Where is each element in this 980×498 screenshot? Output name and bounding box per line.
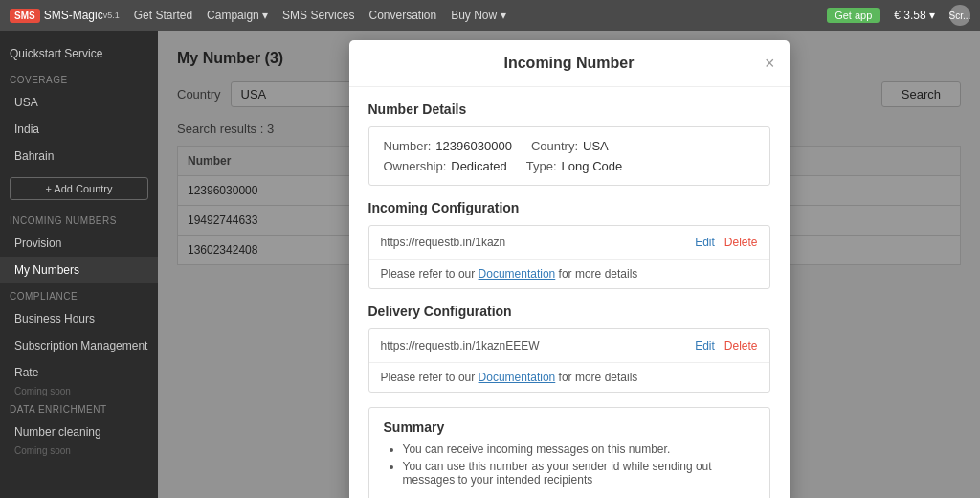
sidebar-item-provision[interactable]: Provision — [0, 230, 158, 257]
sidebar-section-data-enrichment: DATA ENRICHMENT — [0, 396, 158, 419]
nav-items: Get Started Campaign ▾ SMS Services Conv… — [134, 9, 506, 22]
number-details-title: Number Details — [368, 102, 770, 117]
sidebar-item-quickstart[interactable]: Quickstart Service — [0, 40, 158, 67]
nav-conversation[interactable]: Conversation — [368, 9, 436, 22]
incoming-edit-button[interactable]: Edit — [695, 236, 715, 249]
summary-item-0: You can receive incoming messages on thi… — [403, 442, 755, 456]
sidebar-section-incoming: INCOMING NUMBERS — [0, 208, 158, 230]
incoming-url-text: https://requestb.in/1kazn — [381, 236, 696, 249]
delivery-url-row: https://requestb.in/1kaznEEEW Edit Delet… — [369, 329, 769, 363]
sidebar-item-business-hours[interactable]: Business Hours — [0, 306, 158, 332]
modal-title: Incoming Number — [503, 55, 634, 72]
price-display[interactable]: € 3.58 ▾ — [894, 9, 935, 22]
detail-item-number: Number: 12396030000 — [384, 139, 512, 153]
summary-title: Summary — [384, 419, 755, 435]
incoming-number-modal: Incoming Number × Number Details Number:… — [349, 40, 790, 498]
sidebar-item-subscription-management[interactable]: Subscription Management — [0, 332, 158, 359]
sms-magic-icon: SMS — [10, 9, 40, 23]
sidebar-item-rate[interactable]: Rate — [0, 359, 158, 386]
sidebar-section-coverage: COVERAGE — [0, 67, 158, 89]
detail-row-number-country: Number: 12396030000 Country: USA — [384, 139, 755, 153]
incoming-config-actions: Edit Delete — [695, 236, 757, 249]
number-label: Number: — [384, 139, 432, 153]
country-value: USA — [583, 139, 609, 153]
get-app-button[interactable]: Get app — [827, 8, 880, 23]
delivery-delete-button[interactable]: Delete — [724, 339, 758, 352]
detail-item-type: Type: Long Code — [526, 159, 622, 173]
sidebar-section-compliance: COMPLIANCE — [0, 283, 158, 306]
nav-campaign[interactable]: Campaign ▾ — [207, 9, 268, 22]
sidebar-item-usa[interactable]: USA — [0, 89, 158, 116]
number-value: 12396030000 — [435, 139, 512, 153]
nav-sms-services[interactable]: SMS Services — [282, 9, 354, 22]
incoming-delete-button[interactable]: Delete — [724, 236, 758, 249]
incoming-url-row: https://requestb.in/1kazn Edit Delete — [369, 226, 769, 260]
version-text: v5.1 — [103, 11, 120, 20]
rate-coming-soon: Coming soon — [0, 386, 158, 396]
detail-row-ownership-type: Ownership: Dedicated Type: Long Code — [384, 159, 755, 173]
delivery-doc-text: Please refer to our — [381, 371, 479, 384]
detail-item-ownership: Ownership: Dedicated — [384, 159, 507, 173]
incoming-config-title: Incoming Configuration — [368, 200, 770, 215]
sidebar-item-india[interactable]: India — [0, 116, 158, 143]
delivery-config-actions: Edit Delete — [695, 339, 757, 352]
delivery-doc-link[interactable]: Documentation — [479, 371, 556, 384]
modal-header: Incoming Number × — [349, 40, 790, 87]
sidebar-item-my-numbers[interactable]: My Numbers — [0, 257, 158, 283]
user-avatar[interactable]: Scr... — [949, 5, 970, 26]
nav-right: Get app € 3.58 ▾ Scr... — [827, 5, 970, 26]
modal-body: Number Details Number: 12396030000 Count… — [349, 87, 790, 498]
detail-item-country: Country: USA — [531, 139, 609, 153]
sidebar-item-bahrain[interactable]: Bahrain — [0, 143, 158, 170]
logo: SMS SMS-Magic v5.1 — [10, 9, 120, 23]
logo-text: SMS-Magic — [44, 9, 103, 22]
incoming-doc-suffix: for more details — [555, 267, 637, 281]
sidebar-item-number-cleaning[interactable]: Number cleaning — [0, 419, 158, 445]
incoming-config-box: https://requestb.in/1kazn Edit Delete Pl… — [368, 225, 770, 289]
number-details-box: Number: 12396030000 Country: USA Ownersh… — [368, 126, 770, 186]
add-country-button[interactable]: + Add Country — [10, 177, 148, 200]
type-value: Long Code — [562, 159, 623, 173]
sidebar: Quickstart Service COVERAGE USA India Ba… — [0, 31, 158, 498]
top-navigation: SMS SMS-Magic v5.1 Get Started Campaign … — [0, 0, 980, 31]
main-layout: Quickstart Service COVERAGE USA India Ba… — [0, 31, 980, 498]
ownership-value: Dedicated — [451, 159, 507, 173]
delivery-doc-suffix: for more details — [555, 371, 637, 384]
modal-overlay: Incoming Number × Number Details Number:… — [158, 31, 980, 498]
nav-get-started[interactable]: Get Started — [134, 9, 192, 22]
content-area: My Number (3) Country USA Search Search … — [158, 31, 980, 498]
ownership-label: Ownership: — [384, 159, 447, 173]
incoming-doc-link[interactable]: Documentation — [479, 267, 556, 281]
number-cleaning-coming-soon: Coming soon — [0, 445, 158, 456]
summary-box: Summary You can receive incoming message… — [368, 407, 770, 498]
modal-close-button[interactable]: × — [765, 55, 775, 72]
summary-list: You can receive incoming messages on thi… — [384, 442, 755, 487]
nav-buy-now[interactable]: Buy Now ▾ — [451, 9, 505, 22]
delivery-config-title: Delivery Configuration — [368, 304, 770, 319]
type-label: Type: — [526, 159, 557, 173]
delivery-doc-row: Please refer to our Documentation for mo… — [369, 363, 769, 392]
incoming-doc-text: Please refer to our — [381, 267, 479, 281]
delivery-config-box: https://requestb.in/1kaznEEEW Edit Delet… — [368, 328, 770, 393]
delivery-edit-button[interactable]: Edit — [695, 339, 715, 352]
country-label: Country: — [531, 139, 578, 153]
delivery-url-text: https://requestb.in/1kaznEEEW — [381, 339, 696, 352]
summary-item-1: You can use this number as your sender i… — [403, 460, 755, 487]
incoming-doc-row: Please refer to our Documentation for mo… — [369, 260, 769, 288]
